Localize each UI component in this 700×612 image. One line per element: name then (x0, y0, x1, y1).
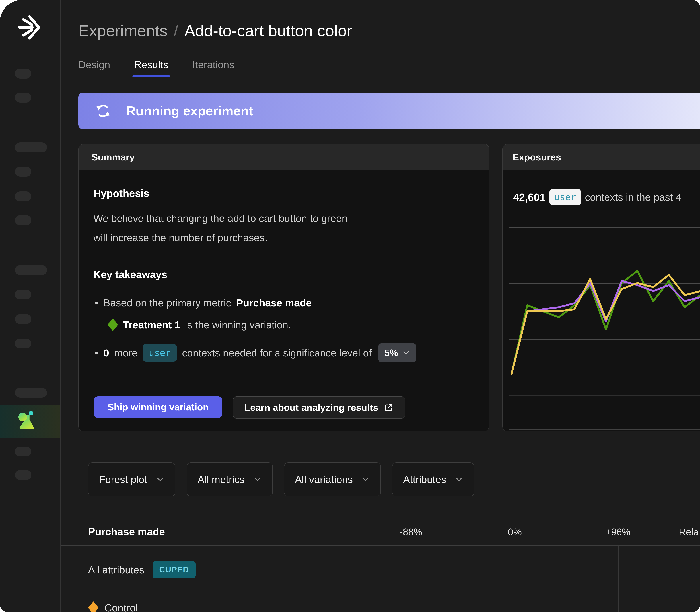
takeaway-suffix: contexts needed for a significance level… (182, 347, 372, 359)
summary-actions: Ship winning variation Learn about analy… (94, 397, 405, 419)
winning-variation-line: Treatment 1 is the winning variation. (108, 318, 291, 332)
tab-design[interactable]: Design (78, 59, 110, 75)
results-divider (60, 545, 700, 546)
breadcrumb-experiments-link[interactable]: Experiments (78, 22, 167, 40)
takeaway-prefix: Based on the primary metric (104, 297, 231, 309)
significance-level-dropdown[interactable]: 5% (378, 343, 416, 362)
green-line (512, 271, 700, 374)
tab-results[interactable]: Results (134, 59, 168, 75)
axis-tick-zero: 0% (508, 526, 522, 538)
metrics-value: All metrics (198, 474, 245, 485)
plot-gridline (411, 546, 412, 612)
primary-metric-name: Purchase made (236, 297, 312, 309)
control-variation-row: Control (88, 601, 138, 612)
chevron-down-icon (156, 475, 164, 484)
yellow-line (512, 275, 700, 374)
attributes-value: Attributes (403, 474, 446, 485)
axis-tick-negative: -88% (400, 526, 422, 538)
arrow-logo-icon[interactable] (15, 13, 45, 42)
plot-gridline (567, 546, 567, 612)
chevron-down-icon (253, 475, 262, 484)
breadcrumb-separator: / (174, 22, 178, 40)
sidebar-item-experiments-active[interactable] (0, 405, 60, 437)
contexts-needed-count: 0 (104, 347, 109, 359)
attributes-row: All attributes CUPED (88, 561, 196, 579)
chevron-down-icon (455, 475, 463, 484)
summary-card-header: Summary (79, 144, 489, 170)
plot-gridline (618, 546, 619, 612)
takeaway-primary-metric: • Based on the primary metric Purchase m… (95, 297, 312, 309)
summary-title: Summary (92, 152, 135, 163)
exposures-card-header: Exposures (503, 144, 700, 170)
sidebar-item-placeholder[interactable] (15, 192, 31, 201)
learn-button-label: Learn about analyzing results (244, 402, 378, 413)
winning-diamond-icon (108, 318, 118, 332)
variations-dropdown[interactable]: All variations (284, 462, 381, 496)
exposures-caption: contexts in the past 4 (585, 191, 682, 203)
exposures-line-chart (509, 228, 700, 431)
exposures-title: Exposures (513, 152, 561, 163)
bullet-dot: • (95, 347, 98, 359)
variations-value: All variations (295, 474, 353, 485)
attributes-dropdown[interactable]: Attributes (392, 462, 474, 496)
sidebar-item-placeholder[interactable] (15, 69, 31, 79)
chart-gridline (509, 227, 700, 228)
learn-analyzing-results-button[interactable]: Learn about analyzing results (233, 397, 405, 419)
sidebar-section-placeholder[interactable] (15, 388, 47, 398)
user-unit-badge-light: user (549, 189, 581, 205)
sidebar-section-placeholder[interactable] (15, 265, 47, 275)
sidebar-item-placeholder[interactable] (15, 290, 31, 300)
sidebar-item-placeholder[interactable] (15, 167, 31, 177)
exposures-count-line: 42,601 user contexts in the past 4 (513, 189, 682, 205)
sidebar-item-placeholder[interactable] (15, 447, 31, 457)
tab-bar: Design Results Iterations (78, 59, 234, 75)
running-experiment-banner: Running experiment (78, 93, 700, 129)
significance-value: 5% (385, 347, 398, 358)
breadcrumb: Experiments / Add-to-cart button color (78, 22, 352, 40)
sidebar-item-placeholder[interactable] (15, 470, 31, 480)
bullet-dot: • (95, 297, 98, 309)
ship-winning-variation-button[interactable]: Ship winning variation (94, 397, 222, 418)
sidebar-item-placeholder[interactable] (15, 93, 31, 102)
summary-card: Summary Hypothesis We believe that chang… (78, 144, 489, 431)
user-unit-badge: user (143, 344, 177, 362)
cuped-badge: CUPED (152, 561, 196, 579)
chart-type-value: Forest plot (99, 474, 147, 485)
hypothesis-text-line2: will increase the number of purchases. (93, 232, 268, 244)
experiment-flask-icon (14, 410, 37, 432)
metric-section-title: Purchase made (88, 526, 165, 538)
axis-caption-clipped: Rela (679, 526, 699, 538)
tab-iterations[interactable]: Iterations (192, 59, 234, 75)
sidebar-section-placeholder[interactable] (15, 142, 47, 152)
takeaway-significance: • 0 more user contexts needed for a sign… (95, 343, 416, 362)
chevron-down-icon (361, 475, 370, 484)
key-takeaways-heading: Key takeaways (93, 268, 167, 280)
takeaway-more: more (114, 347, 138, 359)
attributes-row-label: All attributes (88, 564, 144, 576)
external-link-icon (384, 403, 393, 412)
filter-bar: Forest plot All metrics All variations A… (88, 462, 474, 496)
sidebar-item-placeholder[interactable] (15, 338, 31, 348)
chart-type-dropdown[interactable]: Forest plot (88, 462, 175, 496)
plot-zero-line (515, 546, 515, 612)
axis-tick-positive: +96% (605, 526, 630, 538)
winning-variation-name: Treatment 1 (123, 319, 180, 331)
chevron-down-icon (402, 349, 410, 357)
sidebar (0, 0, 61, 612)
winning-variation-suffix: is the winning variation. (185, 319, 291, 331)
page-title: Add-to-cart button color (185, 22, 352, 40)
exposures-count: 42,601 (513, 191, 546, 203)
hypothesis-heading: Hypothesis (93, 187, 149, 199)
app-window: Experiments / Add-to-cart button color D… (0, 0, 700, 612)
sidebar-item-placeholder[interactable] (15, 314, 31, 324)
plot-gridline (462, 546, 462, 612)
control-variation-label: Control (105, 602, 138, 612)
metrics-dropdown[interactable]: All metrics (187, 462, 273, 496)
control-diamond-icon (88, 601, 99, 612)
sidebar-item-placeholder[interactable] (15, 215, 31, 225)
exposures-card: Exposures 42,601 user contexts in the pa… (502, 144, 700, 431)
banner-label: Running experiment (126, 103, 253, 119)
hypothesis-text-line1: We believe that changing the add to cart… (93, 212, 348, 224)
sync-icon (94, 102, 112, 120)
